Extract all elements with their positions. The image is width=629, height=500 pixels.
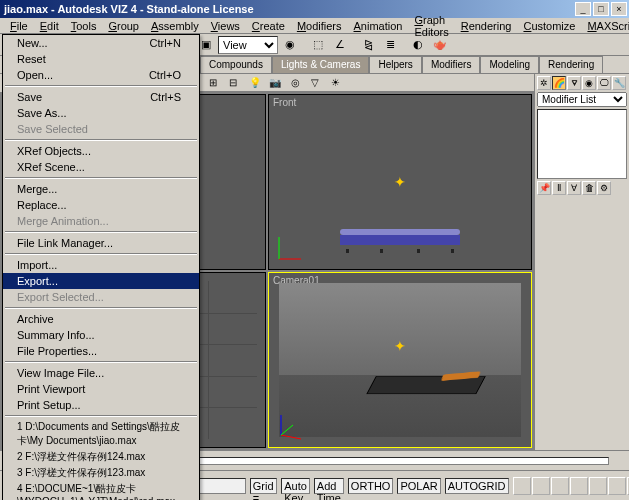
- zoom-ext-icon[interactable]: [551, 477, 569, 495]
- vp1-icon[interactable]: ⊞: [204, 75, 222, 91]
- tab-compounds[interactable]: Compounds: [200, 56, 272, 73]
- tab-helpers[interactable]: Helpers: [369, 56, 421, 73]
- viewport-front[interactable]: Front ✦: [268, 94, 532, 270]
- close-button[interactable]: ×: [611, 2, 627, 16]
- mirror-button[interactable]: ⧎: [358, 36, 378, 54]
- transform-gizmo-icon[interactable]: ✦: [394, 174, 406, 190]
- bed-geometry: [340, 229, 460, 249]
- menu-edit[interactable]: Edit: [34, 19, 65, 33]
- menu-item-summaryinfo[interactable]: Summary Info...: [3, 327, 199, 343]
- config-icon[interactable]: ⚙: [597, 181, 611, 195]
- menu-item-export[interactable]: Export...: [3, 273, 199, 289]
- create-tab-icon[interactable]: ✲: [537, 76, 551, 90]
- motion-tab-icon[interactable]: ◉: [582, 76, 596, 90]
- vp2-icon[interactable]: ⊟: [224, 75, 242, 91]
- omni-icon[interactable]: ☀: [326, 75, 344, 91]
- maximize-button[interactable]: □: [593, 2, 609, 16]
- align-button[interactable]: ≣: [380, 36, 400, 54]
- menu-item-import[interactable]: Import...: [3, 257, 199, 273]
- menu-rendering[interactable]: Rendering: [455, 19, 518, 33]
- addtag-button[interactable]: Add Time Tag: [314, 478, 344, 494]
- menu-assembly[interactable]: Assembly: [145, 19, 205, 33]
- menu-group[interactable]: Group: [102, 19, 145, 33]
- svg-line-2: [281, 435, 301, 439]
- window-title: jiao.max - Autodesk VIZ 4 - Stand-alone …: [2, 3, 573, 15]
- menu-animation[interactable]: Animation: [348, 19, 409, 33]
- spot-icon[interactable]: ▽: [306, 75, 324, 91]
- pin-stack-icon[interactable]: 📌: [537, 181, 551, 195]
- axis-tripod-icon: [275, 411, 305, 441]
- modifier-stack[interactable]: [537, 109, 627, 179]
- camera-icon[interactable]: 📷: [266, 75, 284, 91]
- z-coord-field[interactable]: [196, 478, 246, 494]
- target-icon[interactable]: ◎: [286, 75, 304, 91]
- menu-views[interactable]: Views: [205, 19, 246, 33]
- menu-item-xrefobjects[interactable]: XRef Objects...: [3, 143, 199, 159]
- modifier-list-select[interactable]: Modifier List: [537, 92, 627, 107]
- menu-item-saveas[interactable]: Save As...: [3, 105, 199, 121]
- fov-icon[interactable]: [608, 477, 626, 495]
- tab-modifiers[interactable]: Modifiers: [422, 56, 481, 73]
- menu-item-xrefscene[interactable]: XRef Scene...: [3, 159, 199, 175]
- titlebar: jiao.max - Autodesk VIZ 4 - Stand-alone …: [0, 0, 629, 18]
- menu-item-archive[interactable]: Archive: [3, 311, 199, 327]
- maxmin-icon[interactable]: [589, 477, 607, 495]
- snap-button[interactable]: ⬚: [308, 36, 328, 54]
- menu-item-saveselected: Save Selected: [3, 121, 199, 137]
- tab-modeling[interactable]: Modeling: [480, 56, 539, 73]
- render-button[interactable]: 🫖: [430, 36, 450, 54]
- room-render: [279, 283, 521, 437]
- menu-item-printviewport[interactable]: Print Viewport: [3, 381, 199, 397]
- menu-item-printsetup[interactable]: Print Setup...: [3, 397, 199, 413]
- angle-snap-button[interactable]: ∠: [330, 36, 350, 54]
- menu-item-reset[interactable]: Reset: [3, 51, 199, 67]
- show-result-icon[interactable]: Ⅱ: [552, 181, 566, 195]
- menu-item-replace[interactable]: Replace...: [3, 197, 199, 213]
- menu-item-fileproperties[interactable]: File Properties...: [3, 343, 199, 359]
- recent-file[interactable]: 1 D:\Documents and Settings\酷拉皮卡\My Docu…: [3, 419, 199, 449]
- light-icon[interactable]: 💡: [246, 75, 264, 91]
- menu-item-viewimagefile[interactable]: View Image File...: [3, 365, 199, 381]
- menu-customize[interactable]: Customize: [517, 19, 581, 33]
- remove-mod-icon[interactable]: 🗑: [582, 181, 596, 195]
- hierarchy-tab-icon[interactable]: ⛛: [567, 76, 581, 90]
- menu-maxscript[interactable]: MAXScript: [581, 19, 629, 33]
- viewport-label: Front: [273, 97, 296, 108]
- command-panel: ✲ 🌈 ⛛ ◉ 🖵 🔧 Modifier List 📌 Ⅱ ∀ 🗑 ⚙: [534, 74, 629, 450]
- menubar: FileEditToolsGroupAssemblyViewsCreateMod…: [0, 18, 629, 34]
- transform-gizmo-icon[interactable]: ✦: [394, 338, 406, 354]
- menu-item-open[interactable]: Open...Ctrl+O: [3, 67, 199, 83]
- autogrid-toggle[interactable]: AUTOGRID: [445, 478, 509, 494]
- menu-file[interactable]: File: [4, 19, 34, 33]
- menu-create[interactable]: Create: [246, 19, 291, 33]
- menu-item-save[interactable]: SaveCtrl+S: [3, 89, 199, 105]
- arc-rotate-icon[interactable]: [570, 477, 588, 495]
- recent-file[interactable]: 4 E:\DOCUME~1\酷拉皮卡\MYDOCU~1\A-YJT\Model\…: [3, 481, 199, 500]
- refcoord-select[interactable]: View: [218, 36, 278, 54]
- axis-tripod-icon: [275, 233, 305, 263]
- tab-lightscameras[interactable]: Lights & Cameras: [272, 56, 369, 73]
- minimize-button[interactable]: _: [575, 2, 591, 16]
- tab-rendering[interactable]: Rendering: [539, 56, 603, 73]
- polar-toggle[interactable]: POLAR: [397, 478, 440, 494]
- ortho-toggle[interactable]: ORTHO: [348, 478, 394, 494]
- pivot-button[interactable]: ◉: [280, 36, 300, 54]
- autokey-button[interactable]: Auto Key: [281, 478, 310, 494]
- display-tab-icon[interactable]: 🖵: [597, 76, 611, 90]
- menu-item-new[interactable]: New...Ctrl+N: [3, 35, 199, 51]
- material-button[interactable]: ◐: [408, 36, 428, 54]
- menu-item-merge[interactable]: Merge...: [3, 181, 199, 197]
- zoom-icon[interactable]: [532, 477, 550, 495]
- menu-modifiers[interactable]: Modifiers: [291, 19, 348, 33]
- utility-tab-icon[interactable]: 🔧: [612, 76, 626, 90]
- viewport-nav: [513, 477, 629, 495]
- recent-file[interactable]: 3 F:\浮槎文件保存例123.max: [3, 465, 199, 481]
- pan-icon[interactable]: [513, 477, 531, 495]
- svg-line-4: [281, 425, 293, 435]
- menu-tools[interactable]: Tools: [65, 19, 103, 33]
- unique-icon[interactable]: ∀: [567, 181, 581, 195]
- viewport-camera[interactable]: Camera01 ✦: [268, 272, 532, 448]
- menu-item-filelinkmanager[interactable]: File Link Manager...: [3, 235, 199, 251]
- modify-tab-icon[interactable]: 🌈: [552, 76, 566, 90]
- recent-file[interactable]: 2 F:\浮槎文件保存例124.max: [3, 449, 199, 465]
